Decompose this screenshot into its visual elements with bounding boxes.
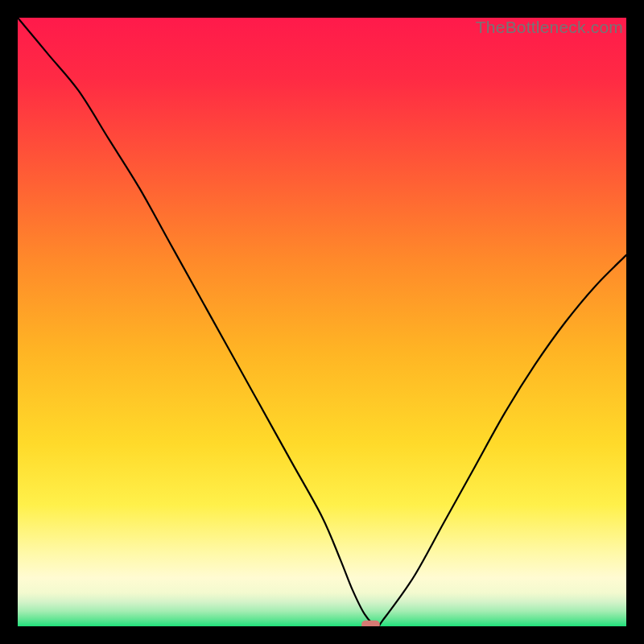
chart-frame: TheBottleneck.com [18, 18, 626, 626]
watermark-text: TheBottleneck.com [476, 18, 623, 37]
bottleneck-plot [18, 18, 626, 626]
gradient-background [18, 18, 626, 626]
optimal-marker [361, 621, 380, 626]
